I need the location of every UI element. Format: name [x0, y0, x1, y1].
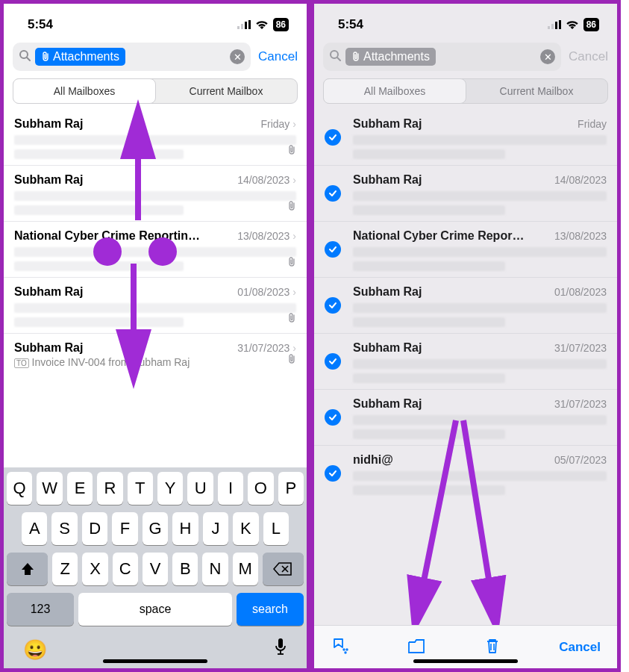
letter-key[interactable]: T — [128, 472, 153, 505]
svg-rect-10 — [278, 638, 283, 648]
status-indicators: 86 — [548, 18, 599, 31]
trash-button[interactable] — [483, 636, 502, 659]
letter-key[interactable]: I — [218, 472, 243, 505]
letter-key[interactable]: Q — [7, 472, 32, 505]
shift-key[interactable] — [7, 553, 48, 585]
sender-name: Subham Raj — [14, 117, 83, 131]
battery-indicator: 86 — [583, 18, 599, 31]
scope-current-mailbox[interactable]: Current Mailbox — [155, 79, 297, 103]
letter-key[interactable]: M — [233, 553, 258, 585]
cellular-icon — [548, 20, 561, 29]
letter-key[interactable]: Y — [157, 472, 183, 505]
letter-key[interactable]: A — [22, 512, 47, 545]
letter-key[interactable]: C — [113, 553, 138, 585]
letter-key[interactable]: E — [67, 472, 93, 505]
clock: 5:54 — [28, 17, 53, 32]
letter-key[interactable]: S — [51, 512, 77, 545]
selection-checkmark[interactable] — [325, 409, 341, 426]
search-bar: Attachments ✕ Cancel — [314, 40, 617, 77]
mark-button[interactable] — [331, 636, 350, 659]
status-bar: 5:54 86 — [314, 4, 617, 40]
letter-key[interactable]: N — [202, 553, 228, 585]
scope-all-mailboxes[interactable]: All Mailboxes — [13, 78, 156, 104]
attachment-icon — [287, 257, 296, 270]
svg-rect-2 — [245, 22, 247, 29]
sender-name: Subham Raj — [353, 397, 422, 411]
preview-text: TO Invoice INV-004 from Subham Raj — [14, 356, 296, 368]
search-input[interactable]: Attachments ✕ — [323, 43, 561, 71]
letter-key[interactable]: D — [82, 512, 107, 545]
scope-segmented-control[interactable]: All Mailboxes Current Mailbox — [13, 78, 298, 104]
home-indicator[interactable] — [413, 659, 518, 663]
mail-row[interactable]: Subham Raj 14/08/2023 — [314, 165, 617, 221]
search-token-attachments[interactable]: Attachments — [345, 48, 436, 66]
mail-row[interactable]: Subham Raj 14/08/2023 › — [4, 165, 307, 221]
scope-all-mailboxes: All Mailboxes — [323, 78, 466, 104]
letter-key[interactable]: G — [143, 512, 168, 545]
selection-checkmark[interactable] — [325, 241, 341, 258]
date-label: 01/08/2023 — [554, 286, 607, 298]
letter-key[interactable]: J — [203, 512, 228, 545]
svg-line-18 — [337, 57, 340, 60]
search-key[interactable]: search — [237, 593, 304, 626]
selection-checkmark[interactable] — [325, 297, 341, 314]
search-results-list[interactable]: Subham Raj Friday Subham Raj 14/08/2023 … — [314, 110, 617, 625]
letter-key[interactable]: Z — [52, 553, 78, 585]
date-label: 31/07/2023 › — [237, 342, 296, 354]
letter-key[interactable]: R — [97, 472, 122, 505]
sender-name: Subham Raj — [14, 285, 83, 299]
letter-key[interactable]: W — [37, 472, 62, 505]
emoji-key[interactable]: 😀 — [23, 638, 47, 662]
space-key[interactable]: space — [78, 593, 232, 626]
letter-key[interactable]: V — [143, 553, 168, 585]
selection-checkmark[interactable] — [325, 129, 341, 146]
dictation-key[interactable] — [274, 638, 287, 662]
letter-key[interactable]: B — [172, 553, 198, 585]
letter-key[interactable]: U — [187, 472, 213, 505]
home-indicator[interactable] — [103, 659, 207, 663]
clear-search-icon[interactable]: ✕ — [540, 49, 555, 64]
sender-name: Subham Raj — [353, 285, 422, 299]
selection-checkmark[interactable] — [325, 185, 341, 202]
cancel-edit-button[interactable]: Cancel — [559, 640, 601, 655]
mail-row[interactable]: Subham Raj 31/07/2023 › TO Invoice INV-0… — [4, 333, 307, 374]
battery-indicator: 86 — [273, 18, 289, 31]
selection-checkmark[interactable] — [325, 353, 341, 370]
date-label: 14/08/2023 — [554, 174, 607, 186]
search-icon — [329, 49, 341, 64]
clear-search-icon[interactable]: ✕ — [230, 49, 245, 64]
mail-row[interactable]: National Cyber Crime Reportin… 13/08/202… — [4, 221, 307, 277]
sender-name: Subham Raj — [353, 117, 422, 131]
search-results-list[interactable]: Subham Raj Friday › Subham Raj 14/08/202… — [4, 110, 307, 467]
search-token-attachments[interactable]: Attachments — [35, 48, 125, 66]
move-button[interactable] — [407, 636, 426, 659]
wifi-icon — [255, 20, 269, 30]
letter-key[interactable]: X — [82, 553, 107, 585]
scope-current-mailbox: Current Mailbox — [466, 79, 607, 103]
cancel-search-button[interactable]: Cancel — [258, 49, 298, 64]
letter-key[interactable]: P — [278, 472, 304, 505]
date-label: 13/08/2023 › — [237, 230, 296, 242]
numbers-key[interactable]: 123 — [7, 593, 74, 626]
date-label: 01/08/2023 › — [237, 286, 296, 298]
mail-row[interactable]: Subham Raj Friday › — [4, 110, 307, 165]
mail-row[interactable]: Subham Raj 31/07/2023 — [314, 389, 617, 445]
selection-checkmark[interactable] — [325, 465, 341, 482]
onscreen-keyboard[interactable]: QWERTYUIOP ASDFGHJKL ZXCVBNM 123 space s… — [4, 467, 307, 668]
letter-key[interactable]: O — [248, 472, 273, 505]
mail-row[interactable]: Subham Raj 01/08/2023 › — [4, 277, 307, 333]
search-icon — [19, 49, 31, 64]
search-input[interactable]: Attachments ✕ — [13, 43, 251, 71]
mail-row[interactable]: National Cyber Crime Repor… 13/08/2023 — [314, 221, 617, 277]
cancel-search-button: Cancel — [569, 49, 608, 64]
letter-key[interactable]: H — [172, 512, 198, 545]
letter-key[interactable]: K — [233, 512, 258, 545]
mail-row[interactable]: Subham Raj Friday — [314, 110, 617, 165]
backspace-key[interactable] — [263, 553, 304, 585]
letter-key[interactable]: L — [263, 512, 289, 545]
mail-row[interactable]: nidhi@ 05/07/2023 — [314, 445, 617, 501]
letter-key[interactable]: F — [112, 512, 137, 545]
paperclip-icon — [351, 52, 360, 62]
mail-row[interactable]: Subham Raj 01/08/2023 — [314, 277, 617, 333]
mail-row[interactable]: Subham Raj 31/07/2023 — [314, 333, 617, 389]
